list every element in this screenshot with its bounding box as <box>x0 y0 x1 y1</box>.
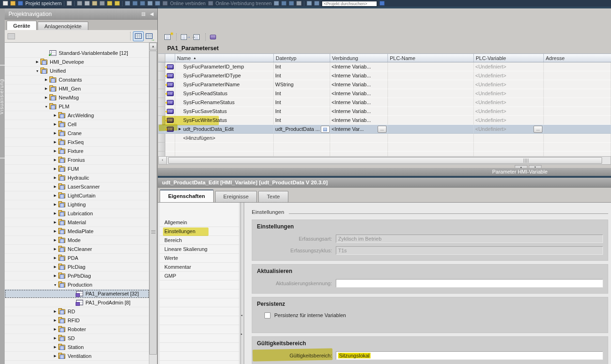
tree-item[interactable]: ▶NewMsg <box>5 93 149 102</box>
add-row[interactable]: <Hinzufügen> <box>158 134 611 143</box>
go-online-icon[interactable] <box>162 1 168 6</box>
name-cell[interactable]: SysFucReadStatus <box>175 89 274 98</box>
download-to-device-icon[interactable] <box>132 1 138 6</box>
table-row[interactable]: SysFucParameterIDTypeInt<Interne Variab.… <box>158 71 611 80</box>
name-cell[interactable]: <Hinzufügen> <box>175 134 274 143</box>
column-header-adresse[interactable]: Adresse <box>544 54 611 62</box>
datatype-cell[interactable]: udt_ProductData ...▤ <box>274 125 330 134</box>
plc-name-cell[interactable] <box>388 71 474 80</box>
tree-expand-icon[interactable]: ▶ <box>52 310 58 313</box>
online-disconnect-label[interactable]: Online-Verbindung trennen <box>216 1 272 6</box>
tree-item[interactable]: ▶PDA <box>5 254 149 263</box>
tree-expand-icon[interactable]: ▶ <box>52 176 58 180</box>
tree-item[interactable]: ▼Unified <box>5 67 149 76</box>
tree-item[interactable]: ▶Crane <box>5 129 149 138</box>
datatype-picker-button[interactable]: ▤ <box>321 126 330 133</box>
cross-references-icon[interactable] <box>296 1 302 6</box>
connection-cell[interactable]: <Interne Variab... <box>330 116 388 125</box>
connection-cell[interactable]: <Interne Variab... <box>330 80 388 89</box>
plc-name-cell[interactable] <box>388 107 474 116</box>
paste-icon[interactable] <box>92 1 97 6</box>
plc-name-cell[interactable] <box>388 125 474 134</box>
splitter-left-icon[interactable]: ◂ <box>241 313 242 317</box>
tree-scrollbar[interactable]: ▲ <box>149 43 157 364</box>
name-cell[interactable]: SysFucWriteStatus <box>175 116 274 125</box>
plc-variable-cell[interactable]: <Undefiniert> <box>474 98 544 107</box>
datatype-cell[interactable]: Int <box>274 62 330 71</box>
datatype-cell[interactable]: Int <box>274 71 330 80</box>
tree-expand-icon[interactable]: ▶ <box>52 131 58 135</box>
new-project-icon[interactable] <box>3 1 8 6</box>
tree-item[interactable]: ▶Cell <box>5 120 149 129</box>
tree-expand-icon[interactable]: ▶ <box>52 256 58 260</box>
property-nav-item-werte[interactable]: Werte <box>160 254 239 263</box>
tree-item[interactable]: ▶NcCleaner <box>5 245 149 254</box>
open-table-view-button[interactable]: → <box>144 31 155 41</box>
tree-item[interactable]: ▶Station <box>5 343 149 352</box>
project-search-input[interactable] <box>322 1 377 7</box>
copy-icon[interactable] <box>85 1 90 6</box>
tree-item[interactable]: ▶RD <box>5 307 149 316</box>
tree-item[interactable]: ▶ArcWelding <box>5 111 149 120</box>
plc-name-cell[interactable] <box>388 116 474 125</box>
plc-variable-browse-button[interactable]: ... <box>534 126 542 133</box>
datatype-cell[interactable]: Int <box>274 98 330 107</box>
tree-expand-icon[interactable]: ▶ <box>52 203 58 206</box>
tree-item[interactable]: PA1_ProdAdmin [8] <box>5 298 149 307</box>
address-cell[interactable] <box>544 89 611 98</box>
tree-item[interactable]: ▶SD <box>5 334 149 343</box>
table-row[interactable]: SysFucWriteStatusInt<Interne Variab...<U… <box>158 116 611 125</box>
start-simulation-icon[interactable] <box>147 1 153 6</box>
column-header-name[interactable]: Name▲ <box>175 54 274 62</box>
tree-item[interactable]: ▶LaserScanner <box>5 182 149 191</box>
tree-expand-icon[interactable]: ▶ <box>43 96 49 99</box>
plc-variable-cell[interactable]: <Undefiniert> <box>474 107 544 116</box>
start-cpu-icon[interactable] <box>281 1 286 6</box>
tree-expand-icon[interactable]: ▶ <box>52 220 58 224</box>
tree-expand-icon[interactable]: ▶ <box>52 114 58 117</box>
property-nav-item-kommentar[interactable]: Kommentar <box>160 263 239 272</box>
compile-icon[interactable] <box>125 1 130 6</box>
tab-texte[interactable]: Texte <box>258 191 288 202</box>
start-runtime-icon[interactable] <box>155 1 160 6</box>
tree-item[interactable]: ▶FUM <box>5 165 149 174</box>
row-handle[interactable] <box>158 98 165 107</box>
tree-expand-icon[interactable]: ▶ <box>34 60 40 64</box>
save-project-label[interactable]: Projekt speichern <box>25 1 62 6</box>
address-cell[interactable] <box>544 116 611 125</box>
property-nav-item-einstellungen[interactable]: Einstellungen <box>160 227 239 236</box>
tree-item[interactable]: ▶Fixture <box>5 147 149 156</box>
tree-item[interactable]: ▶Lighting <box>5 200 149 209</box>
name-cell[interactable]: SysFucSaveStatus <box>175 107 274 116</box>
tree-expand-icon[interactable]: ▶ <box>52 247 58 251</box>
expand-struct-icon[interactable]: ▶ <box>177 127 183 131</box>
connection-cell[interactable]: <Interne Variab... <box>330 71 388 80</box>
tree-item[interactable]: ▶Lubrication <box>5 209 149 218</box>
tree-expand-icon[interactable]: ▶ <box>52 265 58 269</box>
connection-cell[interactable]: <Interne Variab... <box>330 98 388 107</box>
tree-item[interactable]: ▶Roboter <box>5 325 149 334</box>
row-handle[interactable] <box>158 71 165 80</box>
tree-item[interactable]: ▶HMI_Develope <box>5 58 149 67</box>
connection-cell[interactable]: <Interne Var...... <box>330 125 388 134</box>
plc-variable-cell[interactable]: <Undefiniert> <box>474 89 544 98</box>
row-handle[interactable] <box>158 89 165 98</box>
save-project-icon[interactable] <box>18 1 23 6</box>
tree-item[interactable]: PA1_Parameterset [32] <box>5 289 149 298</box>
tab-eigenschaften[interactable]: Eigenschaften <box>160 190 214 202</box>
row-handle[interactable] <box>158 116 165 125</box>
row-handle[interactable] <box>158 62 165 71</box>
tree-item[interactable]: Standard-Variablentabelle [12] <box>5 49 149 58</box>
auto-collapse-icon[interactable]: ▥ <box>141 11 146 16</box>
address-cell[interactable] <box>544 71 611 80</box>
aktualisierungskennung-input[interactable] <box>336 279 603 288</box>
plc-name-cell[interactable] <box>388 98 474 107</box>
tree-expand-icon[interactable]: ▶ <box>43 78 49 82</box>
plc-variable-cell[interactable]: <Undefiniert> <box>474 71 544 80</box>
address-cell[interactable] <box>544 98 611 107</box>
go-offline-icon[interactable] <box>208 1 213 6</box>
accessible-devices-icon[interactable] <box>274 1 279 6</box>
tree-expand-icon[interactable]: ▶ <box>52 185 58 189</box>
connection-cell[interactable]: <Interne Variab... <box>330 62 388 71</box>
add-tag-icon[interactable]: ∗ <box>163 33 173 41</box>
